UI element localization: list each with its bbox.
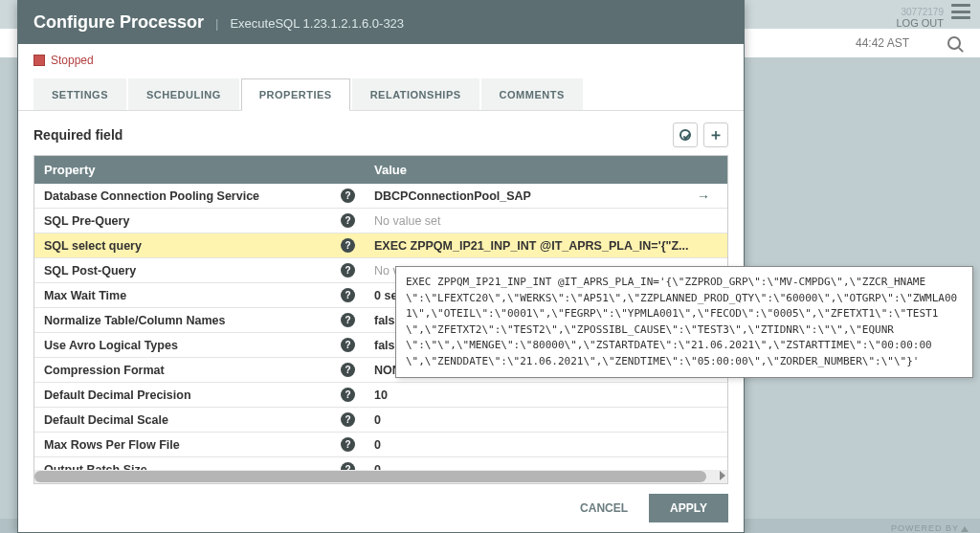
property-value[interactable]: 0 (365, 410, 727, 431)
apply-button[interactable]: APPLY (649, 494, 728, 522)
value-tooltip: EXEC ZPPQM_IP21_INP_INT @IT_APRS_PLA_IN=… (395, 266, 973, 378)
column-value: Value (365, 156, 727, 184)
stopped-icon (33, 55, 45, 66)
property-name: Database Connection Pooling Service? (34, 185, 365, 207)
help-icon[interactable]: ? (341, 388, 355, 402)
required-field-label: Required field (33, 127, 122, 143)
table-row[interactable]: SQL Pre-Query?No value set (34, 209, 727, 233)
tab-scheduling[interactable]: SCHEDULING (128, 78, 239, 110)
table-row[interactable]: SQL select query?EXEC ZPPQM_IP21_INP_INT… (34, 233, 727, 258)
property-value[interactable]: EXEC ZPPQM_IP21_INP_INT @IT_APRS_PLA_IN=… (365, 235, 727, 256)
add-property-button[interactable]: ＋ (703, 122, 728, 147)
property-value[interactable]: 0 (365, 434, 727, 455)
property-value[interactable]: 10 (365, 385, 727, 406)
help-icon[interactable]: ? (341, 412, 355, 427)
cancel-button[interactable]: CANCEL (559, 494, 649, 522)
tab-settings[interactable]: SETTINGS (33, 78, 126, 110)
help-icon[interactable]: ? (341, 238, 355, 253)
property-name: Use Avro Logical Types? (34, 334, 365, 356)
dialog-subtitle: ExecuteSQL 1.23.1.2.1.6.0-323 (230, 16, 404, 31)
status-label: Stopped (51, 54, 94, 67)
property-name: Max Wait Time? (34, 284, 365, 306)
property-name: SQL Post-Query? (34, 259, 365, 281)
property-name: SQL select query? (34, 234, 365, 256)
hamburger-icon[interactable] (951, 4, 970, 19)
table-row[interactable]: Database Connection Pooling Service?DBCP… (34, 184, 727, 209)
search-icon[interactable] (947, 36, 961, 50)
dialog-title: Configure Processor (33, 12, 204, 33)
horizontal-scrollbar[interactable] (34, 470, 727, 483)
tab-comments[interactable]: COMMENTS (481, 78, 583, 110)
property-name: Compression Format? (34, 359, 365, 381)
help-icon[interactable]: ? (341, 437, 355, 452)
column-property: Property (34, 156, 365, 184)
property-name: Output Batch Size? (34, 458, 365, 470)
property-name: Normalize Table/Column Names? (34, 309, 365, 331)
goto-service-icon[interactable]: → (697, 189, 710, 204)
powered-by-label: POWERED BY (891, 523, 969, 533)
timestamp-label: 44:42 AST (856, 36, 909, 50)
tab-relationships[interactable]: RELATIONSHIPS (352, 78, 479, 110)
property-name: Max Rows Per Flow File? (34, 433, 365, 455)
property-value[interactable]: 0 (365, 459, 727, 471)
help-icon[interactable]: ? (341, 189, 355, 203)
help-icon[interactable]: ? (341, 363, 355, 377)
property-name: Default Decimal Scale? (34, 409, 365, 431)
dialog-header: Configure Processor | ExecuteSQL 1.23.1.… (18, 1, 744, 44)
table-row[interactable]: Default Decimal Scale?0 (34, 408, 727, 433)
property-name: SQL Pre-Query? (34, 210, 365, 232)
help-icon[interactable]: ? (341, 313, 355, 327)
check-circle-icon (679, 129, 691, 141)
property-value[interactable]: No value set (365, 211, 727, 232)
table-row[interactable]: Max Rows Per Flow File?0 (34, 433, 727, 457)
help-icon[interactable]: ? (341, 462, 355, 470)
verify-button[interactable] (673, 122, 698, 147)
plus-icon: ＋ (708, 125, 724, 145)
tab-properties[interactable]: PROPERTIES (241, 78, 350, 111)
help-icon[interactable]: ? (341, 288, 355, 302)
property-name: Default Decimal Precision? (34, 384, 365, 406)
help-icon[interactable]: ? (341, 213, 355, 228)
help-icon[interactable]: ? (341, 338, 355, 352)
status-row: Stopped (18, 44, 744, 73)
property-value[interactable]: DBCPConnectionPool_SAP→ (365, 185, 727, 208)
table-row[interactable]: Default Decimal Precision?10 (34, 383, 727, 408)
logout-link[interactable]: LOG OUT (896, 17, 944, 29)
tabs: SETTINGS SCHEDULING PROPERTIES RELATIONS… (18, 78, 744, 111)
help-icon[interactable]: ? (341, 263, 355, 278)
session-id: 30772179 (902, 7, 945, 17)
table-row[interactable]: Output Batch Size?0 (34, 457, 727, 470)
